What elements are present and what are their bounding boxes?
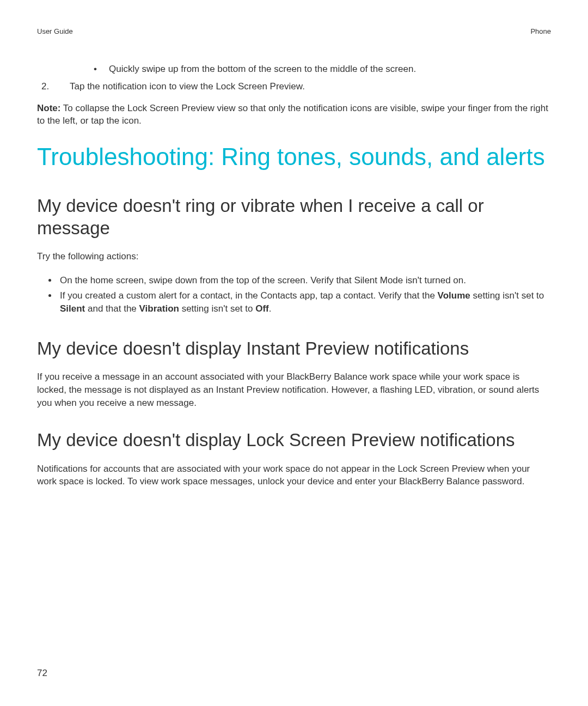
bullet2-bold-silent: Silent (60, 303, 85, 314)
list-item: If you created a custom alert for a cont… (58, 289, 551, 315)
header-right: Phone (530, 27, 551, 35)
section1-intro: Try the following actions: (37, 250, 551, 263)
main-heading: Troubleshooting: Ring tones, sounds, and… (37, 143, 551, 172)
note-text: To collapse the Lock Screen Preview view… (37, 103, 548, 126)
note-paragraph: Note: To collapse the Lock Screen Previe… (37, 102, 551, 128)
intro-bullet-text: Quickly swipe up from the bottom of the … (109, 63, 416, 76)
bullet2-end: . (269, 303, 272, 314)
bullet2-mid: setting isn't set to (470, 290, 544, 301)
intro-step-text: Tap the notification icon to view the Lo… (70, 80, 305, 93)
bullet2-mid2: and that the (85, 303, 139, 314)
intro-list: • Quickly swipe up from the bottom of th… (37, 63, 551, 93)
section2-heading: My device doesn't display Instant Previe… (37, 337, 551, 360)
section2-block: My device doesn't display Instant Previe… (37, 337, 551, 410)
step-number: 2. (41, 80, 70, 93)
intro-bullet-row: • Quickly swipe up from the bottom of th… (94, 63, 551, 76)
intro-step-row: 2. Tap the notification icon to view the… (41, 80, 551, 93)
section2-para: If you receive a message in an account a… (37, 370, 551, 409)
document-page: User Guide Phone • Quickly swipe up from… (0, 0, 588, 706)
list-item: On the home screen, swipe down from the … (58, 274, 551, 287)
note-label: Note: (37, 103, 60, 113)
bullet2-post: setting isn't set to (179, 303, 255, 314)
section1-bullet-list: On the home screen, swipe down from the … (37, 274, 551, 315)
bullet2-pre: If you created a custom alert for a cont… (60, 290, 438, 301)
section3-heading: My device doesn't display Lock Screen Pr… (37, 429, 551, 451)
bullet2-bold-vibration: Vibration (139, 303, 179, 314)
bullet-marker: • (94, 63, 109, 76)
section3-block: My device doesn't display Lock Screen Pr… (37, 429, 551, 488)
page-header: User Guide Phone (37, 27, 551, 35)
section1-heading: My device doesn't ring or vibrate when I… (37, 194, 551, 240)
bullet1-text: On the home screen, swipe down from the … (60, 275, 466, 285)
bullet2-bold-off: Off (255, 303, 269, 314)
page-number: 72 (37, 668, 47, 679)
bullet2-bold-volume: Volume (438, 290, 470, 301)
header-left: User Guide (37, 27, 73, 35)
section3-para: Notifications for accounts that are asso… (37, 462, 551, 489)
